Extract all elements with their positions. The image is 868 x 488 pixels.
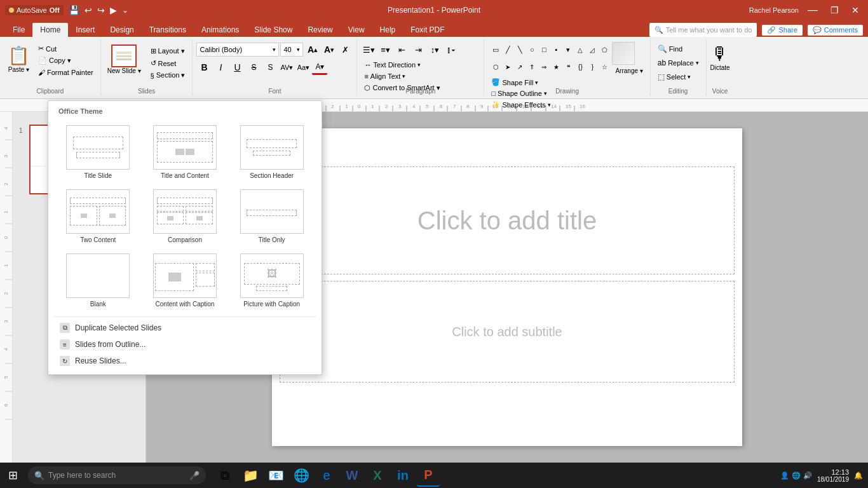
comments-btn[interactable]: 💬Comments xyxy=(808,25,863,36)
minimize-btn[interactable]: — xyxy=(804,4,822,16)
slides-from-outline-menu-item[interactable]: ≡ Slides from Outline... xyxy=(53,336,316,353)
tab-animations[interactable]: Animations xyxy=(194,23,247,37)
redo-icon[interactable]: ↪ xyxy=(97,5,105,15)
close-btn[interactable]: ✕ xyxy=(848,5,863,15)
present-icon[interactable]: ▶ xyxy=(110,5,117,15)
network-icon[interactable]: 🌐 xyxy=(792,471,801,480)
shape-effects-button[interactable]: ✨ Shape Effects ▾ xyxy=(488,99,646,110)
tab-slideshow[interactable]: Slide Show xyxy=(247,23,300,37)
tab-insert[interactable]: Insert xyxy=(68,23,102,37)
save-icon[interactable]: 💾 xyxy=(69,5,79,15)
numbering-button[interactable]: ≡▾ xyxy=(377,42,393,57)
menu-divider-1 xyxy=(53,316,316,317)
find-button[interactable]: 🔍 Find xyxy=(654,43,702,55)
increase-font-button[interactable]: A▴ xyxy=(304,42,320,57)
powerpoint-app[interactable]: P xyxy=(417,464,440,487)
share-btn[interactable]: 🔗Share xyxy=(762,25,802,36)
word-app[interactable]: W xyxy=(341,464,363,487)
undo-icon[interactable]: ↩ xyxy=(85,5,92,15)
layout-title-slide[interactable]: Title Slide xyxy=(56,121,140,183)
autosave-toggle[interactable]: AutoSave Off xyxy=(5,5,64,15)
quick-styles-button[interactable] xyxy=(612,42,635,65)
new-slide-button[interactable]: New Slide ▾ xyxy=(105,43,144,76)
excel-app[interactable]: X xyxy=(366,464,389,487)
volume-icon[interactable]: 🔊 xyxy=(803,471,812,480)
dictate-button[interactable]: 🎙 Dictate xyxy=(710,43,730,71)
decrease-font-button[interactable]: A▾ xyxy=(321,42,336,57)
svg-text:3: 3 xyxy=(398,104,402,109)
text-direction-button[interactable]: ↔ Text Direction ▾ xyxy=(361,60,424,70)
arrange-button[interactable]: Arrange ▾ xyxy=(612,66,646,76)
tab-view[interactable]: View xyxy=(341,23,372,37)
align-text-button[interactable]: ≡ Align Text ▾ xyxy=(361,71,409,81)
subtitle-placeholder[interactable]: Click to add subtitle xyxy=(280,281,735,383)
restore-btn[interactable]: ❐ xyxy=(827,5,843,15)
font-size-input[interactable]: 40 ▾ xyxy=(280,43,303,57)
replace-button[interactable]: ab Replace ▾ xyxy=(654,57,702,69)
title-placeholder[interactable]: Click to add title xyxy=(280,166,735,274)
paragraph-group: ☰▾ ≡▾ ⇤ ⇥ ↕▾ ⫿▾ ↔ Text Direction ▾ ≡ Ali… xyxy=(357,39,484,96)
reuse-slides-menu-item[interactable]: ↻ Reuse Slides... xyxy=(53,353,316,369)
shape-misc[interactable]: ☆ xyxy=(597,59,608,74)
paste-button[interactable]: 📋 Paste ▾ xyxy=(4,44,34,74)
tab-transitions[interactable]: Transitions xyxy=(142,23,194,37)
tab-home[interactable]: Home xyxy=(32,23,68,37)
customize-icon[interactable]: ⌄ xyxy=(122,6,128,15)
duplicate-slides-menu-item[interactable]: ⧉ Duplicate Selected Slides xyxy=(53,320,316,336)
select-button[interactable]: ⬚ Select ▾ xyxy=(654,71,702,83)
autosave-indicator xyxy=(9,8,14,13)
tab-design[interactable]: Design xyxy=(102,23,141,37)
line-spacing-button[interactable]: ↕▾ xyxy=(427,42,442,57)
date-display: 18/01/2019 xyxy=(817,476,849,483)
layout-two-content[interactable]: Two Content xyxy=(56,186,140,247)
tab-file[interactable]: File xyxy=(5,23,32,37)
layout-content-caption[interactable]: Content with Caption xyxy=(143,250,227,311)
strikethrough-button[interactable]: S xyxy=(246,60,261,75)
reset-button[interactable]: ↺Reset xyxy=(147,58,189,69)
shape-fill-button[interactable]: 🪣 Shape Fill ▾ xyxy=(488,77,646,88)
italic-button[interactable]: I xyxy=(213,60,228,75)
copy-button[interactable]: 📄Copy ▾ xyxy=(35,55,97,66)
start-button[interactable]: ⊞ xyxy=(0,463,25,488)
bold-button[interactable]: B xyxy=(196,60,212,75)
svg-text:7: 7 xyxy=(453,104,456,109)
chrome-app[interactable]: 🌐 xyxy=(290,464,313,487)
layout-title-only[interactable]: Title Only xyxy=(229,186,314,247)
layout-comparison[interactable]: Comparison xyxy=(143,186,227,247)
clear-format-button[interactable]: ✗ xyxy=(337,42,353,57)
svg-text:2: 2 xyxy=(331,104,334,109)
section-button[interactable]: §Section ▾ xyxy=(147,70,189,81)
decrease-indent-button[interactable]: ⇤ xyxy=(394,42,409,57)
format-painter-button[interactable]: 🖌Format Painter xyxy=(35,67,97,78)
tab-review[interactable]: Review xyxy=(300,23,340,37)
layout-thumb-comparison xyxy=(153,189,217,234)
tab-foxit[interactable]: Foxit PDF xyxy=(403,23,452,37)
underline-button[interactable]: U xyxy=(229,60,245,75)
tell-me-text[interactable]: Tell me what you want to do xyxy=(666,26,752,34)
layout-title-content[interactable]: Title and Content xyxy=(143,121,227,183)
layout-button[interactable]: ⊞Layout ▾ xyxy=(147,46,189,57)
slide-canvas[interactable]: Click to add title Click to add subtitle xyxy=(272,128,742,446)
people-icon[interactable]: 👤 xyxy=(780,471,789,480)
shape-pent[interactable]: ⬠ xyxy=(597,42,608,57)
bullets-button[interactable]: ☰▾ xyxy=(361,42,376,57)
increase-indent-button[interactable]: ⇥ xyxy=(410,42,426,57)
notification-icon[interactable]: 🔔 xyxy=(854,471,863,480)
taskbar-search[interactable]: 🔍 Type here to search 🎤 xyxy=(28,466,206,484)
taskview-app[interactable]: ⧉ xyxy=(214,464,236,487)
layout-picture-caption[interactable]: 🖼 Picture with Caption xyxy=(229,250,314,311)
edge-app[interactable]: e xyxy=(315,464,338,487)
font-color-button[interactable]: A▾ xyxy=(312,60,327,75)
cut-button[interactable]: ✂Cut xyxy=(35,43,97,54)
layout-section-header[interactable]: Section Header xyxy=(229,121,314,183)
outlook-app[interactable]: 📧 xyxy=(264,464,287,487)
text-shadow-button[interactable]: S xyxy=(262,60,278,75)
linkedin-app[interactable]: in xyxy=(391,464,414,487)
font-family-select[interactable]: Calibri (Body) ▾ xyxy=(196,43,279,57)
char-spacing-button[interactable]: AV▾ xyxy=(279,60,294,75)
tab-help[interactable]: Help xyxy=(372,23,403,37)
layout-blank[interactable]: Blank xyxy=(56,250,140,311)
columns-button[interactable]: ⫿▾ xyxy=(444,42,459,57)
explorer-app[interactable]: 📁 xyxy=(239,464,262,487)
font-case-button[interactable]: Aa▾ xyxy=(295,60,311,75)
